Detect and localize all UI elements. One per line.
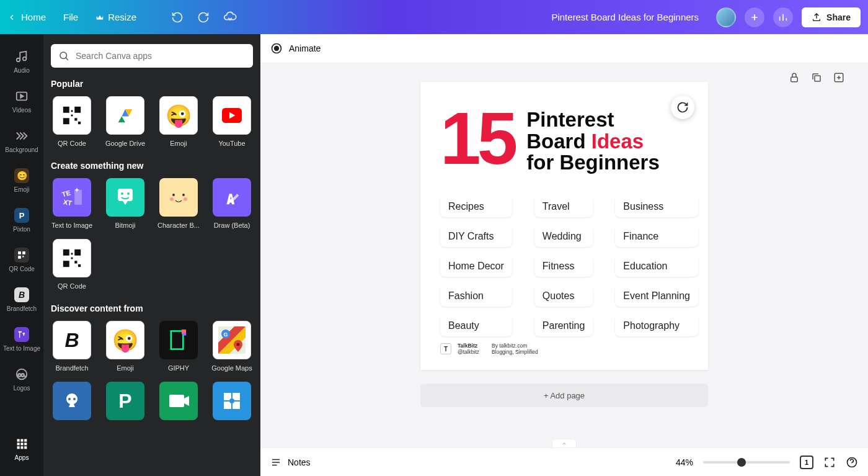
gdrive-icon xyxy=(106,96,144,135)
pill-fitness[interactable]: Fitness xyxy=(534,256,593,277)
file-menu[interactable]: File xyxy=(63,12,78,22)
redo-icon[interactable] xyxy=(197,11,210,24)
app-tile-brandfetch[interactable]: BBrandfetch xyxy=(51,321,93,372)
app-tile-qr-code[interactable]: QR Code xyxy=(51,96,93,147)
page-indicator[interactable]: 1 xyxy=(800,456,813,469)
pill-fashion[interactable]: Fashion xyxy=(440,285,512,307)
document-title[interactable]: Pinterest Board Ideas for Beginners xyxy=(551,12,699,22)
page-title[interactable]: Pinterest Board Ideas for Beginners xyxy=(526,109,660,174)
animate-button[interactable]: Animate xyxy=(270,42,321,55)
rail-qrcode[interactable]: QR Code xyxy=(0,240,43,280)
svg-point-53 xyxy=(73,398,76,400)
app-tile-pexelsv[interactable] xyxy=(157,382,200,420)
svg-rect-22 xyxy=(74,118,77,120)
cloud-sync-icon[interactable] xyxy=(223,11,237,24)
topbar: Home File Resize Pinterest Board Ideas f… xyxy=(0,0,868,34)
lock-icon[interactable] xyxy=(789,72,800,83)
duplicate-icon[interactable] xyxy=(811,72,822,83)
app-tile-emoji[interactable]: 😜Emoji xyxy=(157,96,200,147)
app-tile-google-maps[interactable]: GGoogle Maps xyxy=(211,321,253,372)
bottombar: Notes 44% 1 xyxy=(260,447,868,476)
app-tile-youtube[interactable]: YouTube xyxy=(211,96,253,147)
slider-knob[interactable] xyxy=(737,458,746,467)
design-page[interactable]: 15 Pinterest Board Ideas for Beginners R… xyxy=(420,82,708,370)
pill-parenting[interactable]: Parenting xyxy=(534,315,593,336)
footer-logo[interactable]: T xyxy=(440,343,451,354)
app-tile-pixabay[interactable] xyxy=(211,382,253,420)
canvas-scroll[interactable]: 15 Pinterest Board Ideas for Beginners R… xyxy=(260,63,868,447)
rail-label: Videos xyxy=(12,107,31,114)
share-button[interactable]: Share xyxy=(802,7,861,27)
qrcode-icon xyxy=(17,251,26,259)
pill-finance[interactable]: Finance xyxy=(615,226,698,247)
rail-audio[interactable]: Audio xyxy=(0,42,43,81)
app-tile-qr-code[interactable]: QR Code xyxy=(51,239,93,290)
app-tile-google-drive[interactable]: Google Drive xyxy=(104,96,146,147)
pill-recipes[interactable]: Recipes xyxy=(440,196,512,217)
t2i-icon: TEXT xyxy=(53,178,91,217)
rail-logos[interactable]: CO.Logos xyxy=(0,359,43,399)
pill-wedding[interactable]: Wedding xyxy=(534,226,593,247)
ai-assist-button[interactable] xyxy=(671,96,694,119)
app-tile-giphy[interactable]: GIPHY xyxy=(157,321,200,372)
undo-icon[interactable] xyxy=(171,11,184,24)
fullscreen-icon[interactable] xyxy=(823,456,836,469)
expand-handle[interactable] xyxy=(552,439,577,447)
svg-rect-11 xyxy=(24,439,27,442)
app-tile-text-to-image[interactable]: TEXTText to Image xyxy=(51,178,93,229)
zoom-slider[interactable] xyxy=(703,461,790,464)
app-label: Brandfetch xyxy=(51,364,93,372)
rail-text-to-image[interactable]: Text to Image xyxy=(0,320,43,359)
rail-pixton[interactable]: PPixton xyxy=(0,200,43,240)
app-tile-pexels[interactable]: P xyxy=(104,382,146,420)
app-tile-draw-beta-[interactable]: Draw (Beta) xyxy=(211,178,253,229)
home-button[interactable]: Home xyxy=(7,12,46,22)
add-icon[interactable] xyxy=(833,72,844,83)
rail-apps[interactable]: Apps xyxy=(0,429,43,469)
big-number[interactable]: 15 xyxy=(440,109,514,168)
background-icon xyxy=(15,129,29,143)
pill-travel[interactable]: Travel xyxy=(534,196,593,217)
share-label: Share xyxy=(826,12,851,22)
pill-photography[interactable]: Photography xyxy=(615,315,698,336)
resize-button[interactable]: Resize xyxy=(95,12,136,22)
avatar[interactable] xyxy=(716,7,736,27)
svg-rect-4 xyxy=(22,251,25,254)
grid-popular: QR CodeGoogle Drive😜EmojiYouTube xyxy=(51,96,253,147)
pill-business[interactable]: Business xyxy=(615,196,698,217)
pill-beauty[interactable]: Beauty xyxy=(440,315,512,336)
app-label: GIPHY xyxy=(157,364,200,372)
add-member-button[interactable] xyxy=(745,7,764,27)
rail-background[interactable]: Background xyxy=(0,121,43,161)
search-input[interactable] xyxy=(76,51,246,61)
svg-rect-15 xyxy=(17,446,20,449)
rail-brandfetch[interactable]: BBrandfetch xyxy=(0,280,43,320)
app-tile-emoji[interactable]: 😜Emoji xyxy=(104,321,146,372)
svg-rect-19 xyxy=(63,107,69,113)
app-label: Text to Image xyxy=(51,222,93,229)
svg-rect-39 xyxy=(74,249,81,256)
app-tile-bitmoji[interactable]: Bitmoji xyxy=(104,178,146,229)
pill-quotes[interactable]: Quotes xyxy=(534,285,593,307)
pill-event-planning[interactable]: Event Planning xyxy=(615,285,698,307)
pill-home-decor[interactable]: Home Decor xyxy=(440,256,512,277)
analytics-button[interactable] xyxy=(773,7,793,27)
footer-by: By talkbitz.com xyxy=(492,343,538,349)
pill-education[interactable]: Education xyxy=(615,256,698,277)
rail-label: Background xyxy=(5,146,38,153)
zoom-value[interactable]: 44% xyxy=(676,457,693,467)
help-icon[interactable] xyxy=(846,456,858,469)
search-box[interactable] xyxy=(51,44,253,68)
app-tile-character-b-[interactable]: Character B... xyxy=(157,178,200,229)
svg-rect-17 xyxy=(24,446,27,449)
svg-rect-43 xyxy=(71,253,73,255)
app-tile-mojo[interactable] xyxy=(51,382,93,420)
notes-button[interactable]: Notes xyxy=(270,457,311,468)
rail-videos[interactable]: Videos xyxy=(0,81,43,121)
section-discover-title: Discover content from xyxy=(51,303,253,313)
pill-diy-crafts[interactable]: DIY Crafts xyxy=(440,226,512,247)
logos-icon: CO. xyxy=(15,367,29,381)
svg-text:CO.: CO. xyxy=(17,372,25,378)
add-page-button[interactable]: + Add page xyxy=(420,384,708,407)
rail-emoji[interactable]: 😊Emoji xyxy=(0,161,43,200)
